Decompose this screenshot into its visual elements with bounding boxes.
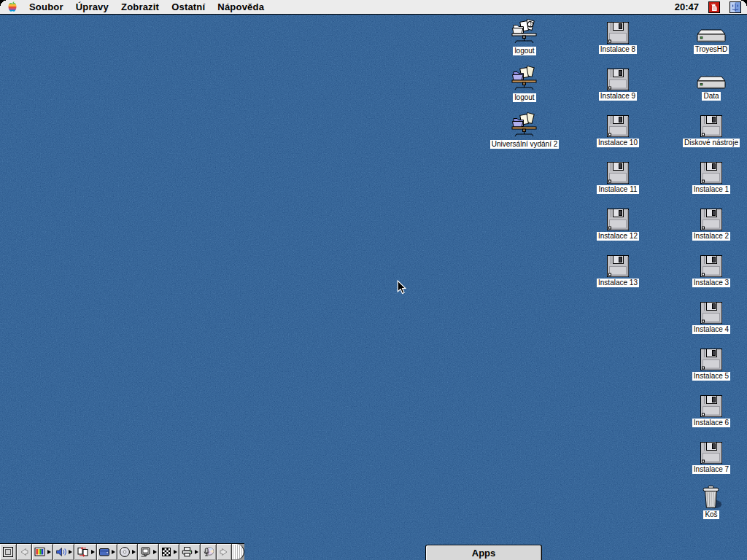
control-strip-video-depth-module[interactable]	[32, 544, 53, 560]
screen-corner-right	[741, 0, 747, 6]
control-strip-desktop-pattern-module[interactable]	[159, 544, 179, 560]
desktop-icon-instalace-3[interactable]: Instalace 3	[678, 254, 744, 287]
floppy-disk-icon	[700, 301, 723, 324]
icon-label: Instalace 9	[599, 92, 637, 101]
icon-label: Diskové nástroje	[683, 139, 740, 147]
icon-label: Instalace 8	[599, 45, 637, 54]
floppy-disk-icon	[700, 208, 723, 231]
shared-folder-color-icon	[510, 66, 539, 93]
icon-label: Instalace 7	[692, 465, 730, 474]
icon-label: Universální vydání 2	[490, 140, 560, 149]
control-strip	[0, 543, 244, 560]
popup-arrow-icon	[69, 550, 72, 554]
popup-arrow-icon	[91, 550, 95, 554]
floppy-disk-icon	[700, 114, 723, 138]
desktop-icon-instalace-7[interactable]: Instalace 7	[678, 441, 744, 474]
icon-label: Instalace 11	[597, 185, 638, 194]
menu-ostatni[interactable]: Ostatní	[171, 1, 205, 12]
control-strip-volume-module[interactable]	[53, 544, 74, 560]
desktop-icon-instalace-2[interactable]: Instalace 2	[678, 208, 744, 241]
floppy-disk-icon	[606, 161, 630, 184]
desktop-icon-instalace-10[interactable]: Instalace 10	[585, 114, 651, 147]
icon-label: Instalace 4	[692, 325, 730, 334]
floppy-disk-icon	[700, 441, 723, 464]
shared-folder-bw-icon	[510, 20, 539, 46]
screen-corner-left	[0, 0, 6, 6]
menu-zobrazit[interactable]: Zobrazit	[121, 1, 159, 12]
application-menu-finder-icon[interactable]	[729, 1, 741, 13]
control-strip-file-sharing-module[interactable]	[74, 544, 97, 560]
floppy-disk-icon	[700, 254, 723, 278]
desktop-icon-trash[interactable]: Koš	[678, 486, 744, 519]
popup-arrow-icon	[112, 550, 115, 554]
icon-label: Koš	[703, 510, 719, 519]
desktop-icon-instalace-8[interactable]: Instalace 8	[585, 21, 651, 54]
menu-upravy[interactable]: Úpravy	[76, 1, 109, 12]
floppy-disk-icon	[700, 161, 723, 184]
shared-folder-color-icon	[510, 113, 539, 139]
floppy-disk-icon	[700, 348, 723, 371]
control-strip-printer-module[interactable]	[179, 544, 201, 560]
floppy-disk-icon	[606, 21, 630, 44]
floppy-disk-icon	[606, 208, 630, 231]
icon-label: Instalace 5	[692, 372, 730, 381]
desktop-screen: Soubor Úpravy Zobrazit Ostatní Nápověda …	[0, 0, 747, 560]
floppy-disk-icon	[606, 254, 630, 278]
icon-label: Instalace 10	[597, 139, 639, 147]
control-strip-monitor-module[interactable]	[138, 544, 159, 560]
desktop-icon-data[interactable]: Data	[678, 68, 744, 101]
desktop-icon-instalace-6[interactable]: Instalace 6	[678, 394, 744, 427]
icon-label: Instalace 13	[597, 279, 639, 287]
floppy-disk-icon	[606, 114, 630, 138]
control-strip-scroll-right-button[interactable]	[217, 544, 232, 560]
apple-menu-icon[interactable]	[7, 1, 18, 13]
control-strip-drag-handle[interactable]	[232, 544, 244, 560]
popup-arrow-icon	[174, 550, 177, 554]
icon-label: Instalace 12	[597, 232, 639, 241]
icon-label: Data	[702, 92, 720, 101]
menu-clock[interactable]: 20:47	[675, 1, 699, 12]
icon-label: Instalace 1	[692, 185, 730, 194]
desktop-icon-instalace-5[interactable]: Instalace 5	[678, 348, 744, 381]
popup-arrow-icon	[132, 550, 136, 554]
desktop-icon-instalace-4[interactable]: Instalace 4	[678, 301, 744, 334]
icon-label: logout	[513, 93, 535, 102]
desktop-icon-logout-color[interactable]: logout	[492, 66, 557, 102]
desktop-icon-instalace-9[interactable]: Instalace 9	[585, 68, 651, 101]
control-strip-collapse-box[interactable]	[0, 544, 17, 560]
hard-drive-icon	[697, 21, 726, 44]
desktop-icon-universalni-vydani-2[interactable]: Universální vydání 2	[492, 113, 557, 149]
icon-label: Instalace 6	[692, 419, 730, 427]
icon-label: TroyesHD	[694, 45, 729, 54]
desktop-icon-instalace-1[interactable]: Instalace 1	[678, 161, 744, 194]
trash-can-icon	[699, 486, 724, 510]
control-strip-wallet-module[interactable]	[97, 544, 117, 560]
hard-drive-icon	[697, 68, 726, 91]
menu-soubor[interactable]: Soubor	[29, 1, 63, 12]
floppy-disk-icon	[606, 68, 630, 91]
control-strip-scroll-left-button[interactable]	[17, 544, 32, 560]
icon-label: Instalace 3	[692, 279, 730, 287]
menu-napoveda[interactable]: Nápověda	[217, 1, 264, 12]
apps-tab-label: Apps	[472, 548, 496, 559]
floppy-disk-icon	[700, 394, 723, 418]
menu-list: Soubor Úpravy Zobrazit Ostatní Nápověda	[29, 1, 264, 12]
menu-bar: Soubor Úpravy Zobrazit Ostatní Nápověda …	[0, 0, 747, 15]
popup-arrow-icon	[47, 550, 51, 554]
icon-label: logout	[513, 47, 535, 55]
keyboard-layout-icon[interactable]	[708, 1, 720, 13]
desktop-icon-instalace-12[interactable]: Instalace 12	[585, 208, 651, 241]
control-strip-cd-player-module[interactable]	[117, 544, 138, 560]
desktop-icon-logout-bw[interactable]: logout	[492, 20, 557, 55]
control-strip-sound-source-module[interactable]	[201, 544, 217, 560]
popup-arrow-icon	[153, 550, 157, 554]
menu-bar-right: 20:47	[675, 1, 741, 13]
popup-arrow-icon	[195, 550, 198, 554]
desktop-icon-troyeshd[interactable]: TroyesHD	[678, 21, 744, 54]
desktop-icon-diskove-nastroje[interactable]: Diskové nástroje	[678, 114, 744, 147]
desktop-icon-instalace-13[interactable]: Instalace 13	[585, 254, 651, 287]
desktop-icon-instalace-11[interactable]: Instalace 11	[585, 161, 651, 194]
apps-popup-tab[interactable]: Apps	[425, 545, 542, 560]
icon-label: Instalace 2	[692, 232, 730, 241]
mouse-cursor	[397, 280, 406, 298]
